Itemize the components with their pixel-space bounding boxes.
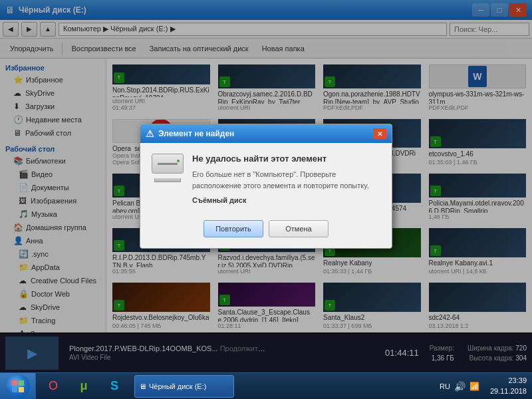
svg-rect-2 <box>12 387 17 392</box>
drive-icon <box>152 154 184 174</box>
drive-base <box>154 178 181 182</box>
drive-slot <box>158 163 178 165</box>
network-icon[interactable]: 📶 <box>469 382 479 391</box>
svg-rect-3 <box>19 387 24 392</box>
taskbar: O μ S 🖥 Чёрный диск (E:) RU 🔊 📶 23:39 29… <box>0 372 532 399</box>
drive-light <box>177 160 180 162</box>
dialog-title-text: Элемент не найден <box>158 129 234 138</box>
dialog-message: Его больше нет в "Компьютер". Проверьте … <box>192 169 381 191</box>
dialog-close-button[interactable]: ✕ <box>373 128 386 139</box>
dialog-warning-icon: ⚠ <box>146 128 154 139</box>
utorrent-taskbar-icon: μ <box>80 379 87 393</box>
svg-rect-0 <box>12 380 17 386</box>
retry-button[interactable]: Повторить <box>203 220 263 237</box>
start-orb <box>6 374 30 398</box>
skype-taskbar-icon: S <box>110 379 118 393</box>
lang-indicator: RU <box>440 382 450 390</box>
taskbar-skype-icon[interactable]: S <box>100 374 129 398</box>
dialog-overlay: ⚠ Элемент не найден ✕ Не удалось найти э… <box>0 0 532 372</box>
taskbar-system-tray: RU 🔊 📶 <box>434 381 485 392</box>
svg-rect-1 <box>19 380 24 386</box>
windows-logo-icon <box>11 380 25 393</box>
dialog-buttons: Повторить Отмена <box>140 215 392 248</box>
clock-date: 29.11.2018 <box>490 386 527 396</box>
explorer-window: 🖥 Чёрный диск (E:) ─ □ ✕ ◀ ▶ ▲ Упорядочи… <box>0 0 532 372</box>
taskbar-quick-icons: O μ S <box>36 374 132 398</box>
clock-time: 23:39 <box>490 376 527 386</box>
dialog-location: Съёмный диск <box>192 196 381 204</box>
taskbar-opera-icon[interactable]: O <box>39 374 68 398</box>
opera-taskbar-icon: O <box>49 379 58 393</box>
volume-icon[interactable]: 🔊 <box>454 381 466 392</box>
dialog-body: Не удалось найти этот элемент Его больше… <box>140 143 392 215</box>
explorer-taskbar-label: Чёрный диск (E:) <box>149 382 206 390</box>
dialog-title-bar: ⚠ Элемент не найден ✕ <box>140 124 392 143</box>
dialog-content: Не удалось найти этот элемент Его больше… <box>192 154 381 204</box>
start-button[interactable] <box>0 373 36 400</box>
dialog-heading: Не удалось найти этот элемент <box>192 154 381 164</box>
taskbar-apps: 🖥 Чёрный диск (E:) <box>132 375 434 398</box>
error-dialog: ⚠ Элемент не найден ✕ Не удалось найти э… <box>140 124 392 249</box>
dialog-icon-area <box>151 154 184 204</box>
cancel-button[interactable]: Отмена <box>269 220 329 237</box>
taskbar-utorrent-icon[interactable]: μ <box>69 374 98 398</box>
explorer-taskbar-icon: 🖥 <box>139 382 146 390</box>
taskbar-explorer-button[interactable]: 🖥 Чёрный диск (E:) <box>134 375 234 398</box>
taskbar-clock[interactable]: 23:39 29.11.2018 <box>485 376 532 396</box>
